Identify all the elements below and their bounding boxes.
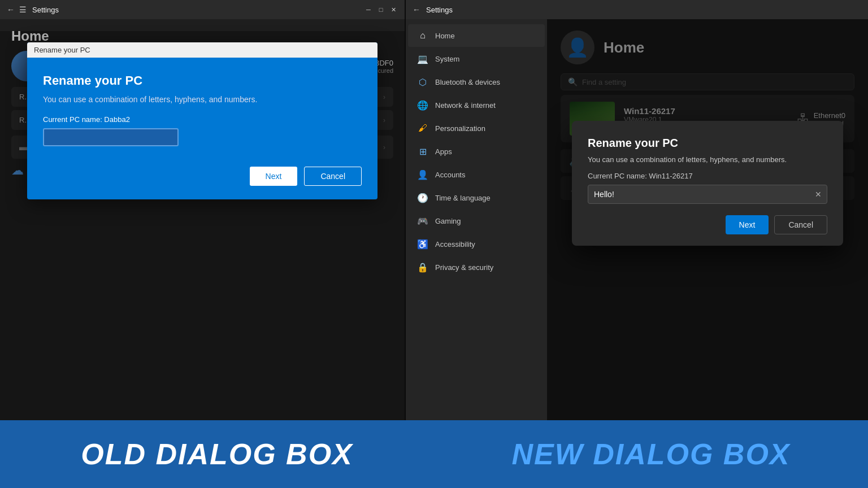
old-dialog-desc: You can use a combination of letters, hy… <box>43 95 362 104</box>
new-next-button[interactable]: Next <box>726 215 769 234</box>
accounts-icon: 👤 <box>417 169 428 180</box>
system-icon: 💻 <box>417 53 428 64</box>
sidebar-label-system: System <box>435 55 459 63</box>
sidebar-label-personalization: Personalization <box>435 124 485 133</box>
new-dialog-buttons: Next Cancel <box>588 215 827 234</box>
home-icon: ⌂ <box>417 30 428 41</box>
old-dialog-label: OLD DIALOG BOX <box>81 437 353 471</box>
left-window-title: Settings <box>32 6 358 14</box>
personalization-icon: 🖌 <box>417 123 428 134</box>
right-titlebar: ← Settings <box>406 0 868 19</box>
sidebar-item-privacy[interactable]: 🔒 Privacy & security <box>408 256 545 278</box>
new-pc-name-input[interactable] <box>588 185 827 204</box>
new-dialog-desc: You can use a combination of letters, hy… <box>588 155 827 164</box>
old-rename-dialog: Rename your PC Rename your PC You can us… <box>27 42 377 199</box>
old-pc-name-input[interactable] <box>43 128 179 146</box>
time-icon: 🕐 <box>417 192 428 203</box>
new-dialog-label: NEW DIALOG BOX <box>511 437 790 471</box>
right-content-area: 👤 Home 🔍 Win11-262 <box>547 19 868 420</box>
sidebar-label-network: Network & internet <box>435 101 496 110</box>
maximize-button[interactable]: □ <box>376 5 385 14</box>
sidebar-label-home: Home <box>435 32 455 40</box>
apps-icon: ⊞ <box>417 146 428 157</box>
sidebar-item-network[interactable]: 🌐 Network & internet <box>408 94 545 116</box>
sidebar-item-accounts[interactable]: 👤 Accounts <box>408 163 545 186</box>
new-current-pc-label: Current PC name: Win11-26217 <box>588 172 827 180</box>
old-next-button[interactable]: Next <box>250 167 298 186</box>
sidebar-item-accessibility[interactable]: ♿ Accessibility <box>408 233 545 255</box>
new-input-wrap: ✕ <box>588 185 827 204</box>
privacy-icon: 🔒 <box>417 262 428 273</box>
old-current-pc-label: Current PC name: Dabba2 <box>43 115 362 124</box>
menu-icon[interactable]: ☰ <box>19 5 27 14</box>
left-titlebar: ← ☰ Settings ─ □ ✕ <box>0 0 405 19</box>
bluetooth-icon: ⬡ <box>417 76 428 88</box>
network-icon: 🌐 <box>417 99 428 111</box>
old-dialog-overlay: Rename your PC Rename your PC You can us… <box>0 31 405 420</box>
close-button[interactable]: ✕ <box>389 5 398 14</box>
right-back-icon[interactable]: ← <box>413 5 420 14</box>
right-main-area: ⌂ Home 💻 System ⬡ Bluetooth & devices 🌐 … <box>406 19 868 420</box>
sidebar-label-apps: Apps <box>435 147 452 156</box>
sidebar-item-apps[interactable]: ⊞ Apps <box>408 140 545 163</box>
back-icon[interactable]: ← <box>7 5 15 14</box>
old-dialog-body: Rename your PC You can use a combination… <box>27 58 377 199</box>
old-dialog-buttons: Next Cancel <box>43 162 362 186</box>
new-dialog-heading: Rename your PC <box>588 137 827 150</box>
settings-sidebar: ⌂ Home 💻 System ⬡ Bluetooth & devices 🌐 … <box>406 19 547 420</box>
new-rename-dialog: Rename your PC You can use a combination… <box>572 121 843 246</box>
right-panel: ← Settings ⌂ Home 💻 System ⬡ Bluetooth &… <box>406 0 868 420</box>
left-panel: ← ☰ Settings ─ □ ✕ Home Dabba2 📶 Tenda_5… <box>0 0 405 420</box>
right-window-title: Settings <box>426 6 861 14</box>
new-label-area: NEW DIALOG BOX <box>434 420 868 488</box>
gaming-icon: 🎮 <box>417 215 428 226</box>
sidebar-label-bluetooth: Bluetooth & devices <box>435 78 500 86</box>
new-dialog-overlay: Rename your PC You can use a combination… <box>547 19 868 420</box>
sidebar-label-privacy: Privacy & security <box>435 263 493 272</box>
sidebar-label-accessibility: Accessibility <box>435 240 475 249</box>
minimize-button[interactable]: ─ <box>364 5 373 14</box>
old-dialog-title: Rename your PC <box>34 46 90 54</box>
sidebar-item-personalization[interactable]: 🖌 Personalization <box>408 117 545 140</box>
bottom-labels: OLD DIALOG BOX NEW DIALOG BOX <box>0 420 868 488</box>
sidebar-item-gaming[interactable]: 🎮 Gaming <box>408 210 545 232</box>
accessibility-icon: ♿ <box>417 238 428 250</box>
sidebar-label-time: Time & language <box>435 194 491 202</box>
sidebar-item-bluetooth[interactable]: ⬡ Bluetooth & devices <box>408 71 545 93</box>
sidebar-label-gaming: Gaming <box>435 217 461 225</box>
sidebar-label-accounts: Accounts <box>435 171 465 179</box>
sidebar-item-time[interactable]: 🕐 Time & language <box>408 186 545 209</box>
old-label-area: OLD DIALOG BOX <box>0 420 434 488</box>
old-cancel-button[interactable]: Cancel <box>304 167 362 186</box>
old-dialog-heading: Rename your PC <box>43 73 362 88</box>
old-dialog-titlebar: Rename your PC <box>27 42 377 58</box>
clear-input-icon[interactable]: ✕ <box>815 190 822 199</box>
sidebar-item-system[interactable]: 💻 System <box>408 47 545 70</box>
new-cancel-button[interactable]: Cancel <box>774 215 827 234</box>
sidebar-item-home[interactable]: ⌂ Home <box>408 24 545 47</box>
